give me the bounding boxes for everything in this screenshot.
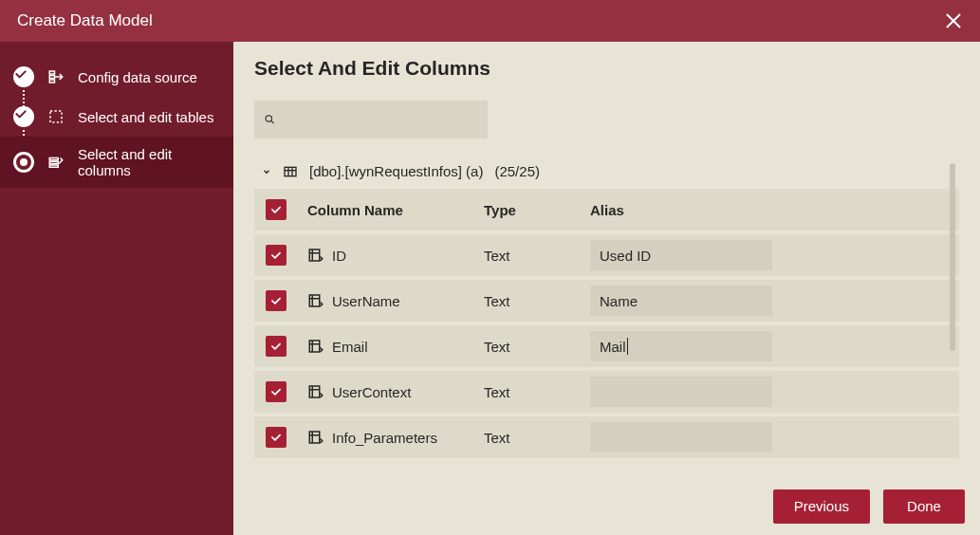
column-name: UserName: [332, 293, 400, 309]
alias-input[interactable]: [590, 422, 772, 452]
column-name: Info_Parameters: [332, 430, 437, 446]
svg-rect-20: [309, 341, 320, 352]
column-type: Text: [484, 248, 510, 264]
done-button[interactable]: Done: [883, 489, 965, 524]
row-checkbox[interactable]: [266, 290, 287, 311]
svg-rect-14: [309, 249, 320, 261]
svg-rect-26: [309, 432, 320, 443]
column-name: UserContext: [332, 384, 411, 400]
step-select-columns[interactable]: Select and edit columns: [0, 137, 233, 188]
svg-point-8: [266, 116, 271, 121]
chevron-down-icon: [262, 167, 271, 176]
columns-icon: [47, 154, 65, 171]
svg-rect-1: [49, 76, 54, 79]
table-group-count: (25/25): [494, 163, 540, 179]
page-title: Select And Edit Columns: [254, 57, 959, 80]
alias-input[interactable]: Name: [590, 286, 772, 316]
current-step-icon: [13, 152, 34, 173]
svg-rect-0: [49, 71, 54, 74]
header-type: Type: [484, 202, 516, 218]
row-checkbox[interactable]: [266, 381, 287, 402]
step-label: Config data source: [78, 69, 197, 85]
row-checkbox[interactable]: [266, 427, 287, 448]
svg-rect-23: [309, 386, 320, 397]
search-input[interactable]: [254, 101, 488, 138]
column-name: ID: [332, 248, 346, 264]
column-icon: [307, 429, 324, 446]
column-icon: [307, 247, 324, 264]
grid-header-row: Column Name Type Alias: [254, 189, 959, 231]
svg-rect-17: [309, 295, 320, 306]
svg-rect-5: [49, 158, 58, 160]
column-type: Text: [484, 293, 510, 309]
previous-button[interactable]: Previous: [773, 489, 870, 524]
check-circle-icon: [13, 66, 34, 87]
column-type: Text: [484, 430, 510, 446]
header-name: Column Name: [307, 202, 403, 218]
table-icon: [283, 164, 298, 179]
footer: Previous Done: [233, 476, 980, 535]
table-group-header[interactable]: [dbo].[wynRequestInfos] (a) (25/25): [254, 163, 959, 189]
table-row: Info_ParametersText: [254, 416, 959, 458]
row-checkbox[interactable]: [266, 336, 287, 357]
column-type: Text: [484, 384, 510, 400]
column-icon: [307, 292, 324, 309]
window-title: Create Data Model: [17, 11, 942, 30]
svg-line-9: [271, 120, 274, 123]
svg-rect-4: [50, 111, 62, 122]
svg-rect-10: [285, 167, 296, 175]
datasource-icon: [47, 68, 65, 85]
table-row: IDTextUsed ID: [254, 234, 959, 276]
check-circle-icon: [13, 106, 34, 127]
column-type: Text: [484, 339, 510, 355]
close-icon[interactable]: [942, 9, 965, 32]
step-label: Select and edit tables: [78, 109, 213, 125]
titlebar: Create Data Model: [0, 0, 980, 42]
step-label: Select and edit columns: [78, 146, 220, 178]
scrollbar[interactable]: [950, 163, 955, 351]
header-alias: Alias: [590, 202, 624, 218]
table-row: UserNameTextName: [254, 280, 959, 322]
svg-rect-7: [49, 165, 58, 167]
search-field[interactable]: [284, 112, 478, 127]
table-group-name: [dbo].[wynRequestInfos] (a): [309, 163, 483, 179]
alias-input[interactable]: Used ID: [590, 240, 772, 270]
alias-input[interactable]: [590, 377, 772, 407]
step-select-tables[interactable]: Select and edit tables: [0, 97, 233, 137]
table-select-icon: [47, 108, 65, 125]
sidebar: Config data source Select and edit table…: [0, 42, 233, 535]
table-row: UserContextText: [254, 371, 959, 413]
table-row: EmailTextMail: [254, 325, 959, 367]
svg-rect-2: [49, 80, 54, 83]
step-config-data-source[interactable]: Config data source: [0, 57, 233, 97]
column-icon: [307, 338, 324, 355]
column-icon: [307, 383, 324, 400]
select-all-checkbox[interactable]: [266, 199, 287, 220]
svg-rect-6: [49, 161, 58, 163]
alias-input[interactable]: Mail: [590, 331, 772, 361]
search-icon: [264, 113, 276, 126]
row-checkbox[interactable]: [266, 245, 287, 266]
column-name: Email: [332, 339, 368, 355]
